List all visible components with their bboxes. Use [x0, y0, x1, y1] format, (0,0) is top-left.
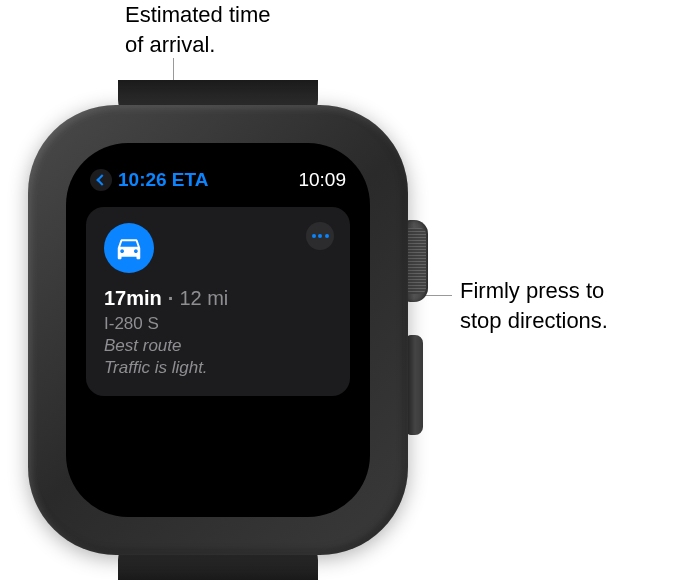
- route-duration: 17min: [104, 287, 162, 310]
- route-duration-distance: 17min · 12 mi: [104, 287, 332, 310]
- apple-watch-device: 10:26 ETA 10:09: [8, 85, 428, 575]
- annotation-press: Firmly press to stop directions.: [460, 276, 608, 335]
- watch-screen[interactable]: 10:26 ETA 10:09: [66, 143, 370, 517]
- transport-mode-icon-container: [104, 223, 154, 273]
- more-options-button[interactable]: [306, 222, 334, 250]
- ellipsis-icon: [318, 234, 322, 238]
- route-info: 17min · 12 mi I-280 S Best route Traffic…: [104, 287, 332, 378]
- side-button[interactable]: [407, 335, 423, 435]
- annotation-eta: Estimated time of arrival.: [125, 0, 271, 59]
- back-button[interactable]: [90, 169, 112, 191]
- ellipsis-icon: [312, 234, 316, 238]
- car-icon: [114, 233, 144, 263]
- route-traffic: Traffic is light.: [104, 358, 332, 378]
- route-distance: 12 mi: [179, 287, 228, 310]
- separator-dot: ·: [168, 287, 174, 310]
- ellipsis-icon: [325, 234, 329, 238]
- status-left: 10:26 ETA: [90, 169, 208, 191]
- watch-case: 10:26 ETA 10:09: [28, 105, 408, 555]
- eta-label: 10:26 ETA: [118, 169, 208, 191]
- route-card[interactable]: 17min · 12 mi I-280 S Best route Traffic…: [86, 207, 350, 396]
- route-best-label: Best route: [104, 336, 332, 356]
- chevron-left-icon: [96, 174, 107, 185]
- current-time: 10:09: [298, 169, 346, 191]
- route-road: I-280 S: [104, 314, 332, 334]
- status-bar: 10:26 ETA 10:09: [86, 165, 350, 195]
